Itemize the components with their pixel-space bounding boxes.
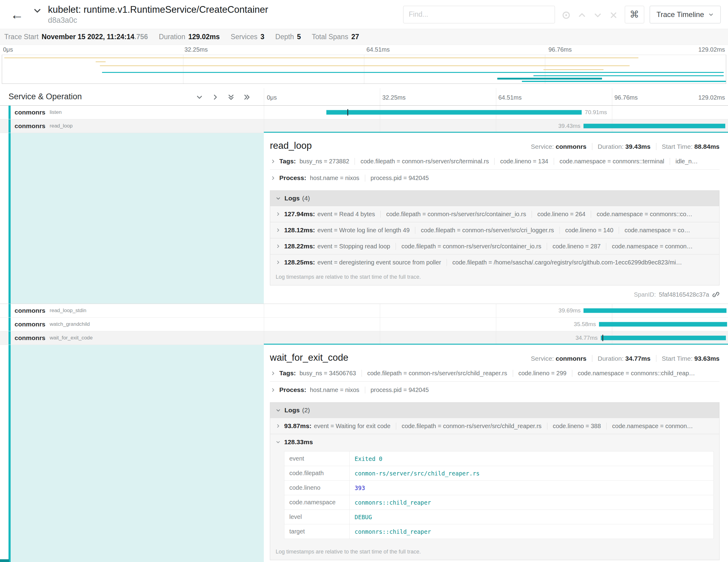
tick-label: 32.25ms — [382, 94, 406, 101]
tick-label: 96.76ms — [614, 94, 638, 101]
process-pair: process.pid = 942045 — [365, 387, 429, 393]
tick-label: 96.76ms — [549, 46, 572, 53]
span-row-watch_grandchild[interactable]: conmonrs watch_grandchild 35.58ms — [0, 318, 728, 331]
span-duration-bar[interactable] — [601, 336, 726, 340]
span-row-read_loop[interactable]: conmonrs read_loop 39.43ms — [0, 119, 728, 133]
minimap-canvas[interactable] — [2, 55, 726, 84]
tag-pair: code.namespace = conmonrs::child_reap… — [572, 370, 695, 377]
chevron-right-icon — [270, 159, 276, 164]
summary-duration: Duration129.02ms — [159, 33, 220, 41]
service-operation-label: Service & Operation — [9, 92, 82, 101]
span-timeline-cell[interactable]: 35.58ms — [264, 318, 728, 331]
table-row: target conmonrs::child_reaper — [284, 524, 714, 539]
tick-label: 129.02ms — [698, 94, 725, 101]
span-operation-name: watch_grandchild — [50, 321, 90, 327]
span-duration-bar[interactable] — [326, 110, 582, 115]
span-duration-label: 70.91ms — [582, 109, 607, 116]
log-entry[interactable]: 127.94ms: event = Read 4 bytes code.file… — [270, 206, 719, 222]
chevron-right-icon — [270, 175, 276, 181]
log-marker — [347, 109, 348, 116]
expand-one-icon[interactable] — [243, 93, 250, 101]
trace-id: d8a3a0c — [48, 16, 268, 25]
copy-link-icon[interactable] — [712, 291, 719, 298]
span-color-strip — [9, 106, 11, 119]
tag-pair: code.filepath = conmon-rs/server/src/chi… — [362, 370, 507, 377]
span-color-strip — [9, 133, 11, 304]
span-duration-label: 39.43ms — [558, 123, 583, 129]
span-timeline-cell[interactable]: 34.77ms — [264, 331, 728, 345]
span-row-left[interactable]: conmonrs wait_for_exit_code — [0, 331, 264, 345]
logs-header[interactable]: Logs (4) — [270, 191, 719, 206]
tick-label: 0μs — [267, 94, 277, 101]
span-row-left[interactable]: conmonrs listen — [0, 106, 264, 119]
timeline-grid-header: Service & Operation 0μs 32.25ms 64.51ms … — [0, 88, 728, 106]
find-prev-icon[interactable] — [577, 9, 587, 19]
locate-icon[interactable] — [562, 9, 571, 19]
span-detail-title: wait_for_exit_code — [270, 352, 349, 363]
process-pair: host.name = nixos — [310, 175, 359, 182]
log-entry[interactable]: 93.87ms: event = Waiting for exit code c… — [270, 418, 719, 434]
span-duration-bar[interactable] — [583, 124, 725, 128]
table-row: level DEBUG — [284, 510, 714, 524]
tick-label: 64.51ms — [498, 94, 522, 101]
log-fields-table-wrap: event Exited 0 code.filepath conmon-rs/s… — [270, 450, 719, 545]
span-detail-title: read_loop — [270, 140, 312, 151]
collapse-all-icon[interactable] — [196, 93, 203, 101]
span-detail-content: wait_for_exit_code Service: conmonrsDura… — [264, 345, 728, 562]
span-timeline-cell[interactable]: 70.91ms — [264, 106, 728, 119]
span-row-left[interactable]: conmonrs read_loop_stdin — [0, 304, 264, 317]
span-operation-name: read_loop_stdin — [50, 308, 87, 314]
tags-accordion[interactable]: Tags: busy_ns = 273882 code.filepath = c… — [270, 153, 719, 170]
topbar-controls: ⌘ Trace Timeline — [403, 6, 721, 23]
summary-services: Services3 — [231, 33, 264, 41]
timeline-header-axis: 0μs 32.25ms 64.51ms 96.76ms 129.02ms — [264, 88, 728, 105]
tag-pair: idle_n… — [670, 158, 698, 165]
span-detail-read_loop: read_loop Service: conmonrsDuration: 39.… — [0, 133, 728, 304]
logs-header[interactable]: Logs (2) — [270, 403, 719, 418]
tag-pair: code.filepath = conmon-rs/server/src/ter… — [355, 158, 489, 165]
find-clear-icon[interactable] — [609, 9, 618, 19]
collapse-one-icon[interactable] — [212, 93, 219, 101]
tags-accordion[interactable]: Tags: busy_ns = 34506763 code.filepath =… — [270, 365, 719, 382]
title-collapse-chevron-icon[interactable] — [33, 5, 42, 15]
back-button[interactable]: ← — [7, 8, 27, 21]
process-accordion[interactable]: Process: host.name = nixos process.pid =… — [270, 382, 719, 398]
span-timeline-cell[interactable]: 39.43ms — [264, 119, 728, 133]
span-duration-label: 34.77ms — [576, 335, 601, 341]
keyboard-shortcuts-button[interactable]: ⌘ — [625, 6, 644, 23]
span-timeline-cell[interactable]: 39.69ms — [264, 304, 728, 317]
table-row: event Exited 0 — [284, 451, 714, 466]
span-detail-header: read_loop Service: conmonrsDuration: 39.… — [270, 140, 719, 151]
log-entry[interactable]: 128.25ms: event = deregistering event so… — [270, 254, 719, 270]
tick-label: 0μs — [3, 46, 13, 53]
service-operation-header: Service & Operation — [0, 88, 264, 105]
chevron-right-icon — [276, 260, 281, 265]
find-input[interactable] — [403, 6, 555, 23]
tag-pair: code.lineno = 299 — [513, 370, 566, 377]
span-row-listen[interactable]: conmonrs listen 70.91ms — [0, 106, 728, 119]
span-duration-label: 39.69ms — [559, 307, 584, 314]
log-entry-expanded[interactable]: 128.33ms — [270, 434, 719, 450]
process-accordion[interactable]: Process: host.name = nixos process.pid =… — [270, 170, 719, 186]
span-detail-highlight — [11, 345, 264, 562]
chevron-right-icon — [276, 244, 281, 249]
span-row-left[interactable]: conmonrs read_loop — [0, 119, 264, 133]
trace-page-header: ← kubelet: runtime.v1.RuntimeService/Cre… — [0, 0, 728, 29]
trace-minimap: 0μs 32.25ms 64.51ms 96.76ms 129.02ms — [0, 45, 728, 84]
process-pair: host.name = nixos — [310, 387, 359, 393]
span-duration-bar[interactable] — [599, 322, 727, 327]
chevron-right-icon — [270, 387, 276, 393]
span-row-left[interactable]: conmonrs watch_grandchild — [0, 318, 264, 331]
expand-all-icon[interactable] — [227, 93, 235, 101]
summary-total-spans: Total Spans27 — [312, 33, 359, 41]
trace-timeline-view-selector[interactable]: Trace Timeline — [650, 6, 721, 23]
find-next-icon[interactable] — [593, 9, 602, 19]
span-row-wait_for_exit_code[interactable]: conmonrs wait_for_exit_code 34.77ms — [0, 331, 728, 345]
log-entry[interactable]: 128.22ms: event = Stopping read loop cod… — [270, 238, 719, 254]
log-entry[interactable]: 128.12ms: event = Wrote log line of leng… — [270, 222, 719, 238]
span-row-read_loop_stdin[interactable]: conmonrs read_loop_stdin 39.69ms — [0, 304, 728, 318]
span-duration-bar[interactable] — [583, 308, 726, 313]
minimap-span-segment — [533, 75, 724, 76]
chevron-right-icon — [276, 212, 281, 216]
minimap-gridline — [183, 55, 183, 83]
